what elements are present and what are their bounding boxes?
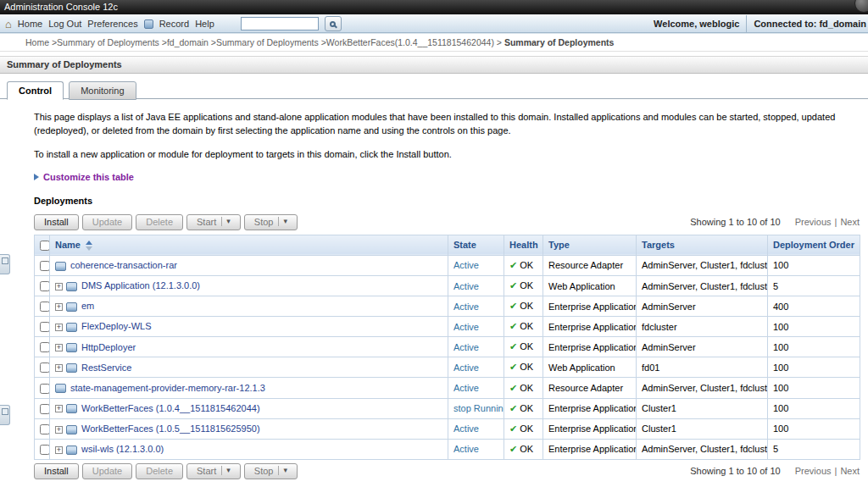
expand-icon[interactable]: + [55,283,63,291]
breadcrumb-trail[interactable]: Home >Summary of Deployments >fd_domain … [25,37,502,47]
state-cell: stop Running [448,398,504,418]
state-cell: Active [448,378,504,398]
deployment-name-link[interactable]: em [81,301,94,311]
start-menu-button[interactable]: Start▾ [186,463,241,479]
deployment-name-link[interactable]: wsil-wls (12.1.3.0.0) [81,444,164,454]
name-cell: +DMS Application (12.1.3.0.0) [50,276,448,296]
row-checkbox[interactable] [40,281,50,291]
state-link[interactable]: Active [453,444,479,454]
expand-icon[interactable]: + [55,364,63,372]
order-cell: 100 [768,255,860,275]
health-ok-icon: ✔ [509,383,517,393]
update-button[interactable]: Update [82,214,132,230]
next-link[interactable]: Next [840,466,860,476]
select-all-checkbox[interactable] [40,241,50,251]
deployment-name-link[interactable]: state-management-provider-memory-rar-12.… [70,383,265,393]
tab-monitoring[interactable]: Monitoring [69,81,136,100]
paging-text: Showing 1 to 10 of 10 [690,466,780,476]
state-link[interactable]: Active [453,302,479,312]
state-link[interactable]: Active [453,383,479,393]
delete-button[interactable]: Delete [136,214,183,230]
nav-logout[interactable]: Log Out [48,19,81,29]
nav-help[interactable]: Help [195,19,214,29]
col-type: Type [543,235,637,255]
nav-record[interactable]: Record [159,19,189,29]
previous-link[interactable]: Previous [795,217,832,227]
tab-control[interactable]: Control [7,81,64,100]
name-cell: +WorkBetterFaces (1.0.5__1511815625950) [50,418,448,439]
order-cell: 5 [768,439,860,459]
targets-cell: AdminServer [637,296,768,317]
state-link[interactable]: Active [453,423,479,434]
row-checkbox[interactable] [40,424,50,434]
next-link[interactable]: Next [840,217,860,227]
breadcrumb-current: Summary of Deployments [504,37,615,47]
customize-table-link[interactable]: Customize this table [43,172,134,182]
table-row: +emActive✔ OKEnterprise ApplicationAdmin… [35,296,860,317]
deployment-name-link[interactable]: coherence-transaction-rar [70,260,177,270]
deployment-name-link[interactable]: DMS Application (12.1.3.0.0) [81,280,200,291]
expand-icon[interactable]: + [55,344,63,351]
search-input[interactable] [241,17,319,30]
deployment-name-link[interactable]: WorkBetterFaces (1.0.4__1511815462044) [81,403,260,413]
install-button[interactable]: Install [34,463,79,479]
health-ok-icon: ✔ [509,321,517,331]
start-menu-button[interactable]: Start▾ [186,214,241,230]
row-checkbox[interactable] [40,445,50,455]
expand-icon[interactable]: + [55,446,63,454]
deployment-name-link[interactable]: RestService [81,362,131,373]
update-button[interactable]: Update [82,463,132,479]
state-link[interactable]: Active [453,342,479,352]
stop-menu-button[interactable]: Stop▾ [244,463,298,479]
row-checkbox[interactable] [40,404,50,414]
row-checkbox[interactable] [40,342,50,352]
row-checkbox[interactable] [40,261,50,271]
expand-icon[interactable]: + [55,303,63,311]
row-checkbox[interactable] [40,362,50,373]
expand-icon[interactable]: + [55,426,63,434]
nav-preferences[interactable]: Preferences [87,19,137,29]
name-cell: coherence-transaction-rar [50,255,448,275]
sort-icon[interactable] [86,241,92,251]
order-cell: 100 [768,378,860,398]
type-cell: Enterprise Application [543,296,637,317]
stop-menu-button[interactable]: Stop▾ [244,214,298,230]
health-text: OK [520,362,533,372]
table-row: +DMS Application (12.1.3.0.0)Active✔ OKW… [35,276,860,296]
deployment-icon [66,404,77,413]
state-link[interactable]: Active [453,362,479,373]
order-cell: 100 [768,357,860,378]
row-checkbox[interactable] [40,384,50,394]
row-select-cell [35,296,50,317]
nav-home[interactable]: Home [18,19,42,29]
deployment-name-link[interactable]: HttpDeployer [81,342,136,352]
chevron-down-icon: ▾ [278,217,287,226]
row-checkbox[interactable] [40,302,50,312]
targets-cell: AdminServer [637,337,768,357]
expand-sidebar-handle[interactable] [0,405,10,425]
state-link[interactable]: stop Running [453,403,504,413]
deployment-name-link[interactable]: WorkBetterFaces (1.0.5__1511815625950) [81,423,260,434]
deployment-name-link[interactable]: FlexDeploy-WLS [81,321,152,331]
expand-icon[interactable]: + [55,324,63,331]
customize-table[interactable]: Customize this table [34,172,860,182]
row-select-cell [35,317,50,337]
type-cell: Web Application [543,357,637,378]
col-name[interactable]: Name [50,235,448,255]
row-select-cell [35,439,50,459]
name-cell: state-management-provider-memory-rar-12.… [50,378,448,398]
breadcrumb[interactable]: Home >Summary of Deployments >fd_domain … [0,34,868,52]
expand-sidebar-handle[interactable] [0,254,10,274]
state-link[interactable]: Active [453,281,479,291]
previous-link[interactable]: Previous [795,466,832,476]
pagination-top: Showing 1 to 10 of 10 Previous|Next [690,217,860,227]
expand-icon[interactable]: + [55,405,63,412]
state-link[interactable]: Active [453,260,479,270]
row-checkbox[interactable] [40,322,50,332]
search-button[interactable] [325,16,342,31]
delete-button[interactable]: Delete [136,463,183,479]
state-link[interactable]: Active [453,322,479,332]
install-button[interactable]: Install [34,214,79,230]
targets-cell: Cluster1 [637,418,768,439]
table-controls-bottom: Install Update Delete Start▾ Stop▾ Showi… [34,460,860,484]
